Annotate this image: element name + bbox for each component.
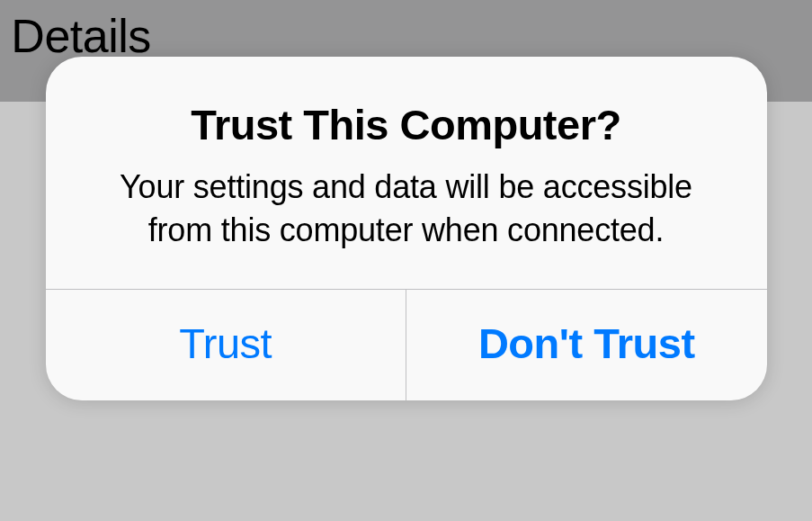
trust-button[interactable]: Trust: [46, 290, 407, 400]
trust-computer-dialog: Trust This Computer? Your settings and d…: [46, 57, 767, 400]
dont-trust-button[interactable]: Don't Trust: [406, 290, 767, 400]
dialog-message: Your settings and data will be accessibl…: [100, 166, 713, 251]
dialog-title: Trust This Computer?: [100, 100, 713, 149]
dialog-content: Trust This Computer? Your settings and d…: [46, 57, 767, 289]
dialog-button-row: Trust Don't Trust: [46, 289, 767, 400]
background-page-title: e Details: [0, 9, 151, 63]
